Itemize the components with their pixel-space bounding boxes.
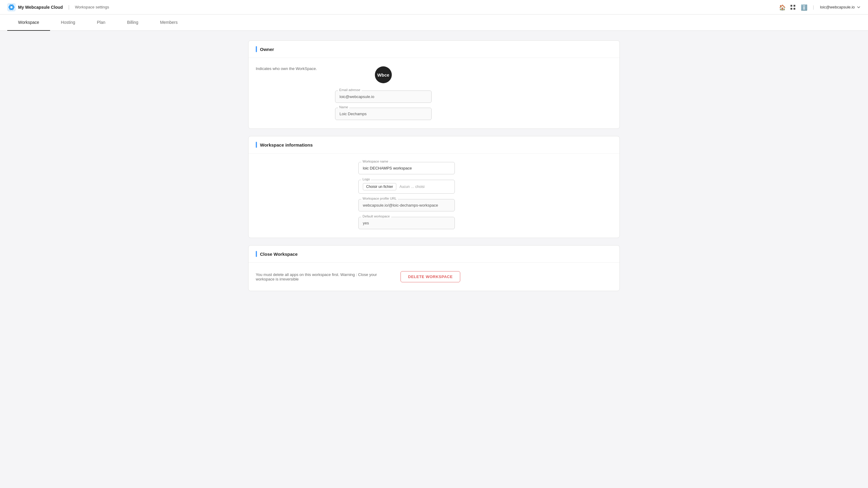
workspace-info-title: Workspace informations xyxy=(260,142,313,148)
email-input[interactable] xyxy=(335,90,432,103)
grid-icon[interactable] xyxy=(790,4,796,10)
section-bar-accent-2 xyxy=(256,142,257,148)
avatar-initials: Wbce xyxy=(377,72,390,78)
email-field-group: Email adresse xyxy=(335,90,432,103)
profile-url-label: Workspace profile URL xyxy=(361,196,398,200)
profile-url-input[interactable] xyxy=(358,199,455,211)
info-body: Workspace name Logo Choisir un fichier A… xyxy=(256,162,612,229)
topbar-subtitle: Workspace settings xyxy=(75,5,109,9)
close-workspace-title: Close Workspace xyxy=(260,251,298,257)
email-label: Email adresse xyxy=(338,88,362,92)
info-icon[interactable]: ℹ️ xyxy=(801,4,807,10)
app-title: My Webcapsule Cloud xyxy=(18,5,63,10)
workspace-info-header: Workspace informations xyxy=(249,136,619,154)
workspace-info-body: Workspace name Logo Choisir un fichier A… xyxy=(249,154,619,238)
owner-section-body: Indicates who own the WorkSpace. Wbce Em… xyxy=(249,58,619,128)
workspace-info-section: Workspace informations Workspace name Lo… xyxy=(248,136,620,238)
name-field-group: Name xyxy=(335,108,432,120)
chevron-down-icon xyxy=(857,5,861,9)
owner-avatar: Wbce xyxy=(375,66,392,83)
topbar: My Webcapsule Cloud | Workspace settings… xyxy=(0,0,868,14)
section-bar-accent-3 xyxy=(256,251,257,257)
topbar-left: My Webcapsule Cloud | Workspace settings xyxy=(7,3,109,11)
tab-workspace[interactable]: Workspace xyxy=(7,14,50,31)
close-workspace-header: Close Workspace xyxy=(249,245,619,263)
workspace-name-field-group: Workspace name xyxy=(358,162,455,174)
owner-section-header: Owner xyxy=(249,41,619,58)
workspace-name-label: Workspace name xyxy=(361,159,390,163)
svg-rect-6 xyxy=(790,8,792,10)
logo-field-group: Logo Choisir un fichier Aucun … choisi xyxy=(358,180,455,194)
close-workspace-section: Close Workspace You must delete all apps… xyxy=(248,245,620,291)
tab-plan[interactable]: Plan xyxy=(86,14,116,31)
topbar-logo[interactable]: My Webcapsule Cloud xyxy=(7,3,63,11)
owner-description: Indicates who own the WorkSpace. xyxy=(256,66,317,71)
owner-section-title: Owner xyxy=(260,47,274,52)
tabs-bar: Workspace Hosting Plan Billing Members xyxy=(0,14,868,31)
name-label: Name xyxy=(338,105,349,109)
section-bar-accent xyxy=(256,46,257,52)
tab-members[interactable]: Members xyxy=(149,14,188,31)
svg-rect-4 xyxy=(790,5,792,7)
file-none-label: Aucun … choisi xyxy=(399,185,424,189)
info-form: Workspace name Logo Choisir un fichier A… xyxy=(358,162,455,229)
logo-label: Logo xyxy=(361,177,371,181)
close-workspace-body: You must delete all apps on this workspa… xyxy=(249,263,619,291)
tab-billing[interactable]: Billing xyxy=(116,14,149,31)
avatar-wrap: Wbce xyxy=(375,66,392,83)
user-email: loic@webcapsule.io xyxy=(820,5,855,9)
close-workspace-description: You must delete all apps on this workspa… xyxy=(256,272,382,281)
close-body: You must delete all apps on this workspa… xyxy=(256,271,612,282)
workspace-name-input[interactable] xyxy=(358,162,455,174)
topbar-user[interactable]: loic@webcapsule.io xyxy=(820,5,861,9)
choose-file-button[interactable]: Choisir un fichier xyxy=(363,183,396,190)
svg-rect-7 xyxy=(794,8,795,10)
delete-workspace-button[interactable]: DELETE WORKSPACE xyxy=(401,271,460,282)
logo-file-row: Choisir un fichier Aucun … choisi xyxy=(358,180,455,194)
home-icon[interactable]: 🏠 xyxy=(779,4,785,10)
webcapsule-logo-icon xyxy=(7,3,16,11)
main-content: Owner Indicates who own the WorkSpace. W… xyxy=(241,31,627,308)
topbar-divider: | xyxy=(68,4,69,10)
owner-section: Owner Indicates who own the WorkSpace. W… xyxy=(248,40,620,129)
default-workspace-input[interactable] xyxy=(358,217,455,229)
default-workspace-field-group: Default workspace xyxy=(358,217,455,229)
default-workspace-label: Default workspace xyxy=(361,214,391,218)
profile-url-field-group: Workspace profile URL xyxy=(358,199,455,211)
tab-hosting[interactable]: Hosting xyxy=(50,14,86,31)
user-sep: | xyxy=(813,5,814,10)
topbar-right: 🏠 ℹ️ | loic@webcapsule.io xyxy=(779,4,861,10)
name-input[interactable] xyxy=(335,108,432,120)
owner-body: Indicates who own the WorkSpace. Wbce Em… xyxy=(256,66,612,120)
svg-rect-5 xyxy=(794,5,795,7)
owner-form: Email adresse Name xyxy=(335,90,432,120)
